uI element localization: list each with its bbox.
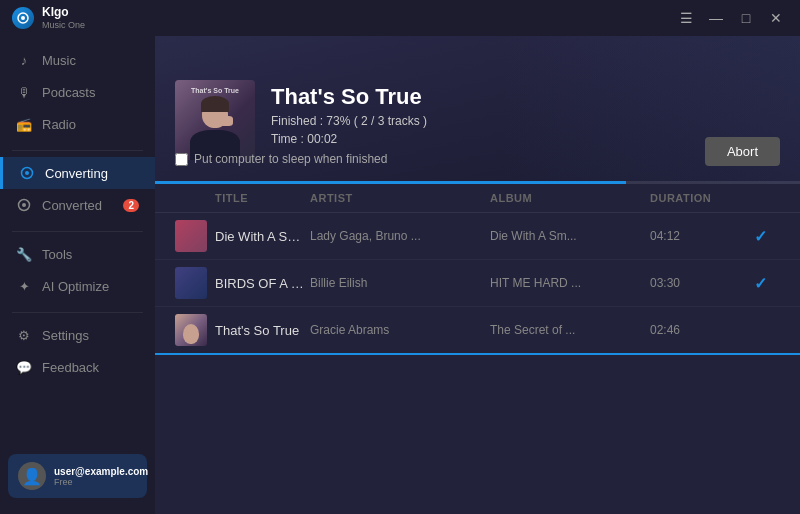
app-body: ♪ Music 🎙 Podcasts 📻 Radio — [0, 36, 800, 514]
main-content: That's So True That's So Tru — [155, 36, 800, 514]
track-duration-2: 03:30 — [650, 276, 740, 290]
sidebar-label-converted: Converted — [42, 198, 102, 213]
sidebar-divider-2 — [12, 231, 143, 232]
sidebar-label-settings: Settings — [42, 328, 89, 343]
sleep-checkbox-input[interactable] — [175, 153, 188, 166]
header-thumb — [175, 192, 215, 204]
track-artist-2: Billie Eilish — [310, 276, 490, 290]
track-title-1: Die With A Smile — [215, 229, 310, 244]
track-album-2: HIT ME HARD ... — [490, 276, 650, 290]
table-row[interactable]: Die With A Smile Lady Gaga, Bruno ... Di… — [155, 213, 800, 260]
sidebar-item-tools[interactable]: 🔧 Tools — [0, 238, 155, 270]
sidebar-divider-3 — [12, 312, 143, 313]
track-title-cell-1: Die With A Smile — [215, 229, 310, 244]
sleep-checkbox-label[interactable]: Put computer to sleep when finished — [194, 152, 387, 166]
sidebar-label-ai: AI Optimize — [42, 279, 109, 294]
sidebar-item-settings[interactable]: ⚙ Settings — [0, 319, 155, 351]
sleep-checkbox-wrapper[interactable]: Put computer to sleep when finished — [175, 152, 387, 166]
track-thumb-cell-1 — [175, 220, 215, 252]
converted-badge: 2 — [123, 199, 139, 212]
track-status-2: ✓ — [740, 274, 780, 293]
app-name: KIgo — [42, 5, 85, 19]
menu-button[interactable]: ☰ — [674, 8, 698, 28]
track-thumbnail-3 — [175, 314, 207, 346]
sidebar: ♪ Music 🎙 Podcasts 📻 Radio — [0, 36, 155, 514]
music-icon: ♪ — [16, 52, 32, 68]
track-thumb-cell-3 — [175, 314, 215, 346]
sidebar-label-radio: Radio — [42, 117, 76, 132]
tracks-table-header: TITLE ARTIST ALBUM DURATION — [155, 184, 800, 213]
app-subtitle: Music One — [42, 20, 85, 31]
track-title-cell-3: That's So True — [215, 323, 310, 338]
svg-point-5 — [22, 203, 26, 207]
checkmark-icon-1: ✓ — [754, 227, 767, 246]
tracks-list: Die With A Smile Lady Gaga, Bruno ... Di… — [155, 213, 800, 514]
header-artist: ARTIST — [310, 192, 490, 204]
close-button[interactable]: ✕ — [764, 8, 788, 28]
track-status-1: ✓ — [740, 227, 780, 246]
user-name: user@example.com — [54, 466, 148, 477]
sidebar-label-tools: Tools — [42, 247, 72, 262]
table-row[interactable]: That's So True Gracie Abrams The Secret … — [155, 307, 800, 355]
checkmark-icon-2: ✓ — [754, 274, 767, 293]
sidebar-item-feedback[interactable]: 💬 Feedback — [0, 351, 155, 383]
track-thumbnail-2 — [175, 267, 207, 299]
album-art-inner: That's So True — [175, 80, 255, 160]
hero-content: That's So True That's So Tru — [175, 80, 780, 160]
track-thumb-cell-2 — [175, 267, 215, 299]
feedback-icon: 💬 — [16, 359, 32, 375]
converting-icon — [19, 165, 35, 181]
titlebar: KIgo Music One ☰ — □ ✕ — [0, 0, 800, 36]
sidebar-item-radio[interactable]: 📻 Radio — [0, 108, 155, 140]
header-status — [740, 192, 780, 204]
tools-icon: 🔧 — [16, 246, 32, 262]
track-artist-3: Gracie Abrams — [310, 323, 490, 337]
minimize-button[interactable]: — — [704, 8, 728, 28]
maximize-button[interactable]: □ — [734, 8, 758, 28]
hero-section: That's So True That's So Tru — [155, 36, 800, 184]
track-artist-1: Lady Gaga, Bruno ... — [310, 229, 490, 243]
sidebar-nav-bottom: ⚙ Settings 💬 Feedback — [0, 319, 155, 383]
hero-time-text: Time : 00:02 — [271, 132, 780, 146]
sidebar-nav-middle: Converting Converted 2 — [0, 157, 155, 221]
sidebar-label-converting: Converting — [45, 166, 108, 181]
sidebar-item-converting[interactable]: Converting — [0, 157, 155, 189]
abort-button[interactable]: Abort — [705, 137, 780, 166]
track-duration-3: 02:46 — [650, 323, 740, 337]
table-row[interactable]: BIRDS OF A FEATHER Billie Eilish HIT ME … — [155, 260, 800, 307]
logo-icon — [12, 7, 34, 29]
sidebar-item-music[interactable]: ♪ Music — [0, 44, 155, 76]
track-album-3: The Secret of ... — [490, 323, 650, 337]
svg-point-1 — [21, 16, 25, 20]
svg-point-3 — [25, 171, 29, 175]
header-duration: DURATION — [650, 192, 740, 204]
user-card[interactable]: 👤 user@example.com Free — [8, 454, 147, 498]
track-title-cell-2: BIRDS OF A FEATHER — [215, 276, 310, 291]
track-duration-1: 04:12 — [650, 229, 740, 243]
track-thumbnail-1 — [175, 220, 207, 252]
sidebar-label-feedback: Feedback — [42, 360, 99, 375]
user-plan: Free — [54, 477, 148, 487]
sidebar-item-converted[interactable]: Converted 2 — [0, 189, 155, 221]
sidebar-item-ai-optimize[interactable]: ✦ AI Optimize — [0, 270, 155, 302]
settings-icon: ⚙ — [16, 327, 32, 343]
user-info: user@example.com Free — [54, 466, 148, 487]
converted-icon — [16, 197, 32, 213]
radio-icon: 📻 — [16, 116, 32, 132]
app-logo: KIgo Music One — [12, 5, 85, 30]
sidebar-label-music: Music — [42, 53, 76, 68]
header-album: ALBUM — [490, 192, 650, 204]
window-controls: ☰ — □ ✕ — [674, 8, 788, 28]
sidebar-user-section: 👤 user@example.com Free — [0, 446, 155, 506]
podcasts-icon: 🎙 — [16, 84, 32, 100]
track-album-1: Die With A Sm... — [490, 229, 650, 243]
tracks-section: TITLE ARTIST ALBUM DURATION Die With A S… — [155, 184, 800, 514]
logo-text: KIgo Music One — [42, 5, 85, 30]
header-title: TITLE — [215, 192, 310, 204]
sidebar-item-podcasts[interactable]: 🎙 Podcasts — [0, 76, 155, 108]
hero-progress-bar-wrap — [155, 181, 800, 184]
sidebar-label-podcasts: Podcasts — [42, 85, 95, 100]
sidebar-divider-1 — [12, 150, 143, 151]
hero-title: That's So True — [271, 84, 780, 110]
hero-progress-text: Finished : 73% ( 2 / 3 tracks ) — [271, 114, 780, 128]
